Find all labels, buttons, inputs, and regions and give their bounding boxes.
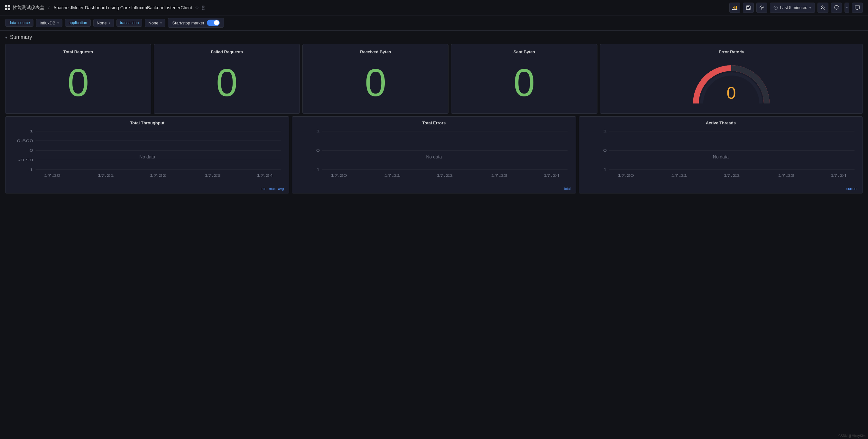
- svg-text:17:23: 17:23: [778, 173, 794, 177]
- svg-text:17:24: 17:24: [257, 173, 273, 177]
- save-button[interactable]: [743, 3, 754, 13]
- marker-label: Start/stop marker: [172, 21, 204, 25]
- summary-section-header[interactable]: ▾ Summary: [5, 34, 863, 40]
- active-threads-chart: 1 0 -1 17:20 17:21 17:22 17:23 17:24 No …: [584, 128, 857, 185]
- start-stop-marker-button[interactable]: Start/stop marker: [168, 18, 224, 28]
- data-source-chevron: ▾: [57, 21, 59, 25]
- total-errors-chart: 1 0 -1 17:20 17:21 17:22 17:23 17:24 No …: [297, 128, 570, 185]
- svg-text:17:20: 17:20: [331, 173, 347, 177]
- marker-toggle[interactable]: [207, 20, 220, 26]
- svg-text:17:22: 17:22: [150, 173, 166, 177]
- throughput-no-data: No data: [139, 154, 155, 159]
- total-errors-card: Total Errors 1 0 -1 17:20 17:21 17:22 17…: [292, 116, 576, 194]
- legend-min[interactable]: min: [260, 187, 267, 191]
- gauge-container: 0: [606, 57, 857, 108]
- svg-text:1: 1: [316, 129, 320, 133]
- svg-text:17:22: 17:22: [437, 173, 453, 177]
- svg-text:0: 0: [603, 148, 607, 152]
- data-source-label: data_source: [5, 19, 33, 27]
- error-rate-title: Error Rate %: [719, 49, 744, 54]
- svg-text:17:22: 17:22: [723, 173, 740, 177]
- sent-bytes-value: 0: [514, 63, 535, 102]
- svg-rect-10: [855, 6, 860, 9]
- failed-requests-card: Failed Requests 0: [154, 44, 300, 114]
- svg-text:17:21: 17:21: [384, 173, 401, 177]
- total-throughput-chart: 1 0.500 0 -0.50 -1 17:20 17:21 17:22 17:…: [11, 128, 284, 185]
- svg-rect-1: [735, 6, 736, 9]
- sent-bytes-card: Sent Bytes 0: [451, 44, 597, 114]
- failed-requests-value: 0: [216, 63, 238, 102]
- svg-point-7: [761, 7, 763, 8]
- application-select[interactable]: None ▾: [93, 19, 114, 27]
- svg-rect-5: [747, 6, 749, 7]
- transaction-label: transaction: [117, 19, 143, 27]
- svg-rect-3: [732, 9, 737, 10]
- transaction-value: None: [148, 21, 158, 25]
- svg-rect-6: [747, 8, 750, 10]
- gauge-value: 0: [727, 83, 736, 102]
- application-chevron: ▾: [109, 21, 110, 25]
- refresh-button[interactable]: [831, 3, 842, 13]
- received-bytes-title: Received Bytes: [360, 49, 391, 54]
- total-throughput-card: Total Throughput 1 0.500 0 -0.50 -1: [5, 116, 289, 194]
- legend-avg[interactable]: avg: [278, 187, 284, 191]
- active-threads-title: Active Threads: [584, 121, 857, 125]
- share-icon[interactable]: ⎘: [202, 5, 205, 11]
- summary-title: Summary: [10, 34, 32, 40]
- zoom-out-button[interactable]: [817, 3, 829, 13]
- transaction-select[interactable]: None ▾: [145, 19, 165, 27]
- time-range-picker[interactable]: Last 5 minutes ▾: [770, 3, 815, 13]
- svg-text:0: 0: [316, 148, 320, 152]
- svg-text:17:20: 17:20: [44, 173, 60, 177]
- app-header: 性能测试仪表盘 / Apache JMeter Dashboard using …: [0, 0, 868, 15]
- legend-max[interactable]: max: [269, 187, 276, 191]
- svg-text:17:23: 17:23: [491, 173, 508, 177]
- svg-text:17:24: 17:24: [830, 173, 846, 177]
- header-right: Last 5 minutes ▾ ▾: [729, 3, 863, 13]
- svg-text:1: 1: [603, 129, 607, 133]
- add-panel-button[interactable]: [729, 3, 740, 13]
- application-value: None: [97, 21, 107, 25]
- star-icon[interactable]: ☆: [195, 4, 199, 11]
- data-source-value: InfluxDB: [39, 21, 55, 25]
- failed-requests-title: Failed Requests: [211, 49, 243, 54]
- svg-text:-1: -1: [601, 168, 607, 172]
- legend-current[interactable]: current: [846, 187, 857, 191]
- filter-toolbar: data_source InfluxDB ▾ application None …: [0, 15, 868, 31]
- data-source-select[interactable]: InfluxDB ▾: [36, 19, 62, 27]
- svg-text:0: 0: [30, 148, 33, 152]
- sent-bytes-title: Sent Bytes: [514, 49, 535, 54]
- application-label: application: [65, 19, 90, 27]
- errors-no-data: No data: [426, 154, 442, 159]
- tv-mode-button[interactable]: [852, 3, 863, 13]
- transaction-chevron: ▾: [160, 21, 162, 25]
- breadcrumb-separator: /: [48, 5, 50, 10]
- threads-legend: current: [584, 187, 857, 191]
- summary-chevron: ▾: [5, 35, 7, 40]
- svg-text:-1: -1: [314, 168, 320, 172]
- throughput-legend: min max avg: [11, 187, 284, 191]
- total-errors-title: Total Errors: [297, 121, 570, 125]
- legend-total[interactable]: total: [564, 187, 571, 191]
- threads-no-data: No data: [713, 154, 729, 159]
- svg-text:-0.50: -0.50: [18, 158, 33, 162]
- svg-text:1: 1: [30, 129, 33, 133]
- svg-text:17:21: 17:21: [97, 173, 114, 177]
- svg-text:-1: -1: [27, 168, 33, 172]
- svg-text:17:21: 17:21: [671, 173, 687, 177]
- settings-button[interactable]: [756, 3, 767, 13]
- breadcrumb-part2: Apache JMeter Dashboard using Core Influ…: [53, 5, 192, 10]
- error-rate-card: Error Rate % 0: [600, 44, 863, 114]
- svg-rect-2: [736, 6, 737, 10]
- chart-cards-row: Total Throughput 1 0.500 0 -0.50 -1: [5, 116, 863, 194]
- apps-icon[interactable]: [5, 5, 10, 10]
- header-left: 性能测试仪表盘 / Apache JMeter Dashboard using …: [5, 4, 205, 11]
- svg-text:17:20: 17:20: [617, 173, 634, 177]
- total-requests-value: 0: [68, 63, 89, 102]
- active-threads-card: Active Threads 1 0 -1 17:20 17:21 17:22 …: [579, 116, 863, 194]
- refresh-options-button[interactable]: ▾: [844, 3, 849, 13]
- svg-rect-0: [733, 7, 734, 8]
- svg-text:0.500: 0.500: [17, 139, 33, 143]
- breadcrumb-part1[interactable]: 性能测试仪表盘: [13, 5, 44, 11]
- total-requests-title: Total Requests: [63, 49, 93, 54]
